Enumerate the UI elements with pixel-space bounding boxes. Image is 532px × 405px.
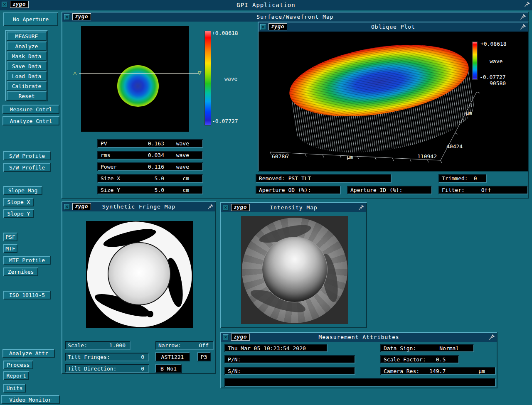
stat-row-size-y: Size Y5.0cm xyxy=(97,186,203,194)
oblique-3d-surface xyxy=(259,32,528,171)
removed-field[interactable]: Removed:PST TLT xyxy=(256,174,392,183)
tilt-direction-field[interactable]: Tilt Direction:0 xyxy=(65,364,149,373)
sidebar-button-sw-profile-1[interactable]: S/W Profile xyxy=(3,151,51,160)
sidebar-button-save-data[interactable]: Save Data xyxy=(7,61,47,71)
serial-number-field[interactable]: S/N: xyxy=(224,367,355,375)
oblique-window-title: Oblique Plot xyxy=(259,24,528,30)
sidebar-button-report[interactable]: Report xyxy=(3,371,29,380)
surface-titlebar[interactable]: × zygo Surface/Wavefront Map xyxy=(62,12,528,22)
sidebar-button-load-data[interactable]: Load Data xyxy=(7,71,47,81)
oblique-colorbar-max: +0.08618 xyxy=(480,41,507,47)
sidebar-button-iso-10110-5[interactable]: ISO 10110-5 xyxy=(3,291,51,299)
sidebar-button-analyze-cntrl[interactable]: Analyze Cntrl xyxy=(2,116,59,125)
sidebar-button-psf[interactable]: PSF xyxy=(3,233,17,241)
part-number-field[interactable]: P/N: xyxy=(224,355,355,363)
oblique-x-axis-unit: µm xyxy=(347,154,353,160)
camera-res-field[interactable]: Camera Res:149.7µm xyxy=(380,367,496,375)
sidebar-button-zernikes[interactable]: Zernikes xyxy=(3,268,38,276)
b-no1-button[interactable]: B No1 xyxy=(155,364,182,373)
stat-row-rms: rms0.034wave xyxy=(97,151,203,160)
sidebar-button-analyze[interactable]: Analyze xyxy=(7,42,47,51)
stat-row-pv: PV0.163wave xyxy=(97,139,203,148)
stat-row-power: Power0.116wave xyxy=(97,162,203,171)
sidebar-button-analyze-attr[interactable]: Analyze Attr xyxy=(2,349,55,358)
oblique-y-axis-max: 40424 xyxy=(446,143,463,150)
oblique-x-axis-min: 60786 xyxy=(272,153,288,160)
sidebar-button-process[interactable]: Process xyxy=(3,361,33,369)
profile-marker-right-icon[interactable]: ▽ xyxy=(198,70,201,76)
sidebar-button-video-monitor[interactable]: Video Monitor xyxy=(1,395,60,404)
fringe-image[interactable] xyxy=(86,221,193,328)
fringe-narrow-field[interactable]: Narrow:Off xyxy=(155,341,214,350)
sidebar-button-calibrate[interactable]: Calibrate xyxy=(7,81,47,91)
intensity-image[interactable] xyxy=(241,216,348,324)
fringe-titlebar[interactable]: × zygo Synthetic Fringe Map xyxy=(62,202,215,211)
oblique-colorbar xyxy=(472,42,478,80)
pushpin-icon[interactable] xyxy=(520,24,526,30)
oblique-titlebar[interactable]: × zygo Oblique Plot xyxy=(259,22,528,32)
oblique-x-axis-max: 110942 xyxy=(417,153,437,160)
oblique-plot-area[interactable] xyxy=(259,32,528,171)
profile-scanline[interactable] xyxy=(79,73,199,74)
stat-row-size-x: Size X5.0cm xyxy=(97,174,203,183)
profile-marker-left-icon[interactable]: △ xyxy=(73,70,76,76)
oblique-z-axis-unit: µm xyxy=(466,110,472,116)
fringe-dot-1 xyxy=(147,311,153,317)
aperture-od-field[interactable]: Aperture OD (%): xyxy=(256,186,341,194)
sidebar-button-measure[interactable]: MEASURE xyxy=(7,32,47,41)
pushpin-icon[interactable] xyxy=(489,334,495,340)
data-sign-field[interactable]: Data Sign:Normal xyxy=(380,344,474,352)
tilt-fringes-field[interactable]: Tilt Fringes:0 xyxy=(65,353,149,361)
surface-colorbar-min: -0.07727 xyxy=(212,118,238,124)
fringe-map-window: × zygo Synthetic Fringe Map Scale:1.000 … xyxy=(62,201,216,374)
filter-field[interactable]: Filter:Off xyxy=(438,186,528,194)
oblique-colorbar-min: -0.07727 xyxy=(480,74,506,80)
sidebar-button-reset[interactable]: Reset xyxy=(7,91,47,101)
attributes-window-title: Measurement Attributes xyxy=(221,334,497,340)
surface-colorbar-unit: wave xyxy=(224,76,237,82)
sidebar-button-sw-profile-2[interactable]: S/W Profile xyxy=(3,163,51,172)
surface-colorbar-max: +0.08618 xyxy=(212,30,238,36)
surface-colorbar xyxy=(204,31,211,125)
fringe-dot-2 xyxy=(112,238,117,243)
sidebar-button-measure-cntrl[interactable]: Measure Cntrl xyxy=(2,105,59,114)
scale-factor-field[interactable]: Scale Factor:0.5 xyxy=(380,355,459,363)
comment-field[interactable] xyxy=(224,378,496,387)
sidebar-button-mask-data[interactable]: Mask Data xyxy=(7,52,47,61)
pushpin-icon[interactable] xyxy=(207,204,214,210)
sidebar-button-units[interactable]: Units xyxy=(3,384,26,393)
measurement-attributes-window: × zygo Measurement Attributes Thu Mar 05… xyxy=(220,332,498,388)
pushpin-icon[interactable] xyxy=(520,14,526,20)
surface-window-title: Surface/Wavefront Map xyxy=(62,14,528,20)
oblique-colorbar-unit: wave xyxy=(490,58,502,64)
surface-phase-map[interactable] xyxy=(81,26,189,132)
sidebar-button-slope-x[interactable]: Slope X xyxy=(3,198,34,206)
timestamp-field: Thu Mar 05 10:23:54 2020 xyxy=(224,344,328,352)
sidebar-button-slope-mag[interactable]: Slope Mag xyxy=(3,186,42,195)
fringe-scale-field[interactable]: Scale:1.000 xyxy=(65,341,131,350)
oblique-colorbar-min2: 90580 xyxy=(490,80,506,86)
pushpin-icon[interactable] xyxy=(524,1,530,7)
fringe-center-aperture xyxy=(108,242,171,305)
pushpin-icon[interactable] xyxy=(358,204,365,211)
p3-button[interactable]: P3 xyxy=(197,352,211,361)
app-title: GPI Application xyxy=(0,2,532,8)
intensity-center-sphere xyxy=(262,237,328,302)
intensity-window-title: Intensity Map xyxy=(221,204,366,211)
trimmed-field[interactable]: Trimmed:0 xyxy=(438,174,487,183)
phase-map-blob xyxy=(117,65,159,107)
attributes-titlebar[interactable]: × zygo Measurement Attributes xyxy=(221,333,497,342)
sidebar-button-slope-y[interactable]: Slope Y xyxy=(3,209,34,218)
fringe-window-title: Synthetic Fringe Map xyxy=(62,204,215,210)
intensity-titlebar[interactable]: × zygo Intensity Map xyxy=(221,203,366,212)
intensity-map-window: × zygo Intensity Map xyxy=(220,202,367,328)
sidebar-button-mtf-profile[interactable]: MTF Profile xyxy=(3,256,51,265)
aperture-id-field[interactable]: Aperture ID (%): xyxy=(347,186,432,194)
sidebar-button-mtf[interactable]: MTF xyxy=(3,244,17,253)
app-titlebar[interactable]: × zygo GPI Application xyxy=(0,0,532,10)
no-aperture-button[interactable]: No Aperture xyxy=(3,12,58,26)
oblique-plot-window: × zygo Oblique Plot xyxy=(258,22,529,172)
ast1221-button[interactable]: AST1221 xyxy=(155,352,190,361)
